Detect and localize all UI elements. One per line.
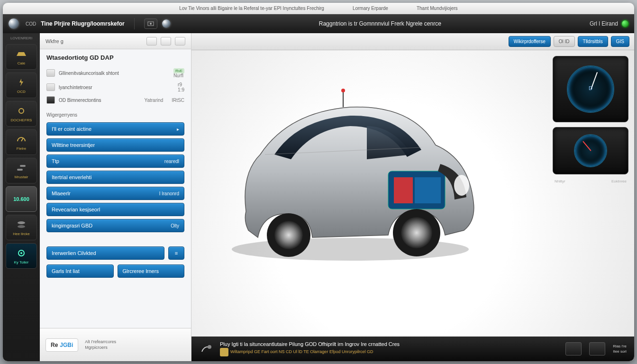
- svg-point-18: [454, 175, 469, 196]
- sidebar-tool-icon[interactable]: [161, 37, 171, 46]
- status-led-icon: [622, 20, 628, 27]
- sidebar-header: Wkfre g: [40, 33, 191, 49]
- tabbar: Wikirprdofferse Ol ID Tlldrsitbls GIS: [191, 33, 634, 50]
- titlebar: COD Tine Plrjire Rlugrg/loomrskefor Ragg…: [3, 14, 634, 33]
- sidebar-footer: ReJGBi Alt I'refearrcoresMgrpicroers: [40, 328, 191, 361]
- brand-logo[interactable]: ReJGBi: [46, 338, 78, 352]
- rail-item-6[interactable]: Hee llrcke: [6, 215, 37, 240]
- menu-item[interactable]: Lormary Erparde: [353, 6, 388, 11]
- header-subtitle: Raggntrion is tr Gomnnnviul Frerk Ngrele…: [175, 20, 585, 27]
- action-button[interactable]: Wllttine treersintjer: [46, 138, 184, 152]
- foot-icon-button[interactable]: ≡: [168, 246, 184, 260]
- svg-point-9: [20, 252, 22, 254]
- rail-item-4[interactable]: Mrustair: [6, 158, 37, 183]
- chip-icon: [46, 96, 55, 104]
- nav-rail: LOVENRERI Cale OCD DOCHEFRS Fletre Mrust…: [3, 33, 40, 361]
- svg-point-6: [18, 221, 25, 224]
- status-thumb-icon[interactable]: [589, 342, 605, 355]
- info-row: lyanchintetroesrr91:9: [46, 80, 184, 94]
- status-thumb-icon[interactable]: [565, 342, 582, 355]
- vehicle-canvas[interactable]: D NhlityrEoktnree: [191, 50, 634, 337]
- vehicle-icon: [218, 79, 483, 264]
- toolbar-orb-icon[interactable]: [162, 19, 171, 28]
- tab[interactable]: Tlldrsitbls: [578, 36, 608, 47]
- svg-rect-13: [415, 177, 441, 203]
- gauge-secondary[interactable]: [553, 127, 628, 174]
- gauge-label: Eoktnree: [611, 179, 627, 191]
- menu-item[interactable]: Lov Tie Vinors alli Bigaire le la Refera…: [179, 6, 324, 11]
- toolbar-camera-icon[interactable]: [144, 18, 157, 29]
- svg-rect-4: [20, 165, 26, 167]
- foot-button[interactable]: Irerwerlien Cilvkted: [46, 246, 164, 260]
- sidebar: Wkfre g Wtasedortiotg GD DAP Gllinenitva…: [40, 33, 191, 361]
- rail-item-2[interactable]: DOCHEFRS: [6, 101, 37, 127]
- app-code-label: COD: [26, 21, 36, 27]
- action-button[interactable]: MlaeerlrI lranonrd: [46, 187, 184, 200]
- menu-item[interactable]: Thant Mundvijiojers: [417, 6, 458, 11]
- warning-icon: [220, 348, 228, 356]
- svg-point-1: [150, 23, 152, 25]
- rail-item-3[interactable]: Fletre: [6, 129, 37, 155]
- svg-point-15: [274, 221, 303, 249]
- status-subtext: Wiltampripd GE Fart oort NS CD Ul lD TE …: [230, 349, 373, 354]
- svg-point-21: [208, 345, 211, 349]
- gauge-label: Nhlityr: [555, 179, 565, 191]
- subheading: Wigergerryens: [46, 112, 184, 118]
- svg-line-3: [21, 138, 23, 141]
- doc-icon: [46, 83, 55, 91]
- section-title: Wtasedortiotg GD DAP: [46, 54, 184, 61]
- action-button[interactable]: Itertrial enverlehti: [46, 171, 184, 184]
- sidebar-tool-icon[interactable]: [175, 37, 185, 46]
- rail-item-0[interactable]: Cale: [6, 44, 37, 70]
- action-button[interactable]: I'll er coint aictine▸: [46, 122, 184, 136]
- action-button[interactable]: Ttprearedl: [46, 155, 184, 168]
- tab[interactable]: Wikirprdofferse: [509, 36, 551, 47]
- svg-rect-5: [17, 169, 23, 171]
- gauge-primary[interactable]: D: [553, 56, 628, 122]
- doc-icon: [46, 69, 55, 77]
- svg-rect-12: [394, 177, 413, 203]
- menubar: Lov Tie Vinors alli Bigaire le la Refera…: [3, 3, 634, 14]
- svg-point-20: [341, 89, 345, 92]
- info-row: OD BimnerectontinsYatrarindIRtSC: [46, 94, 184, 106]
- rail-item-5[interactable]: 10.600: [6, 186, 37, 212]
- app-title: Tine Plrjire Rlugrg/loomrskefor: [41, 20, 124, 27]
- foot-button[interactable]: Glrcreree lrners: [118, 264, 185, 278]
- main-area: Wikirprdofferse Ol ID Tlldrsitbls GIS: [191, 33, 634, 361]
- footer-text: Alt I'refearrcoresMgrpicroers: [85, 339, 116, 350]
- rail-heading: LOVENRERI: [6, 35, 37, 41]
- svg-point-2: [19, 109, 24, 113]
- rail-item-7[interactable]: Ky Tolkrr: [6, 243, 37, 269]
- gauge-panel: D NhlityrEoktnree: [553, 56, 628, 191]
- statusbar: Pluy Igti ti la situnceantlutaire Pilung…: [191, 337, 634, 361]
- svg-point-17: [401, 217, 432, 248]
- svg-point-7: [18, 225, 25, 228]
- app-orb-icon[interactable]: [9, 18, 19, 29]
- info-row: Gllinenitvakuncorisalk shtontRvENurfl: [46, 66, 184, 80]
- action-button[interactable]: Revecarian kesjseorl: [46, 203, 184, 216]
- header-right-label: Grl l Eirand: [590, 20, 618, 27]
- tab[interactable]: GIS: [611, 36, 629, 47]
- foot-button[interactable]: Garls Int liat: [46, 264, 114, 278]
- tab[interactable]: Ol ID: [554, 36, 575, 47]
- sidebar-tool-icon[interactable]: [146, 37, 157, 46]
- status-title: Pluy Igti ti la situnceantlutaire Pilung…: [220, 341, 400, 347]
- connector-icon: [199, 342, 212, 355]
- action-button[interactable]: kingimgrasri GBDOlty: [46, 219, 184, 232]
- rail-item-1[interactable]: OCD: [6, 73, 37, 98]
